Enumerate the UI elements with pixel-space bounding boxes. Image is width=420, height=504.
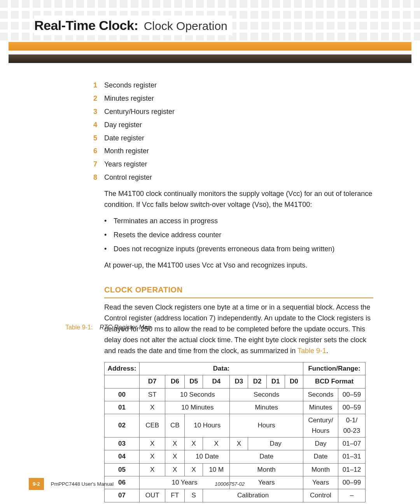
addr-cell: 05 (105, 463, 140, 476)
data-cell: Day (248, 437, 303, 450)
data-cell: Date (230, 450, 303, 463)
table-row: 03XXXXXDayDay01–07 (105, 437, 366, 450)
bullet-list: •Terminates an access in progress •Reset… (104, 216, 373, 255)
range-cell: – (338, 489, 366, 502)
col-header-data: Data: (140, 362, 303, 375)
manual-title: PmPPC7448 User's Manual (51, 481, 114, 487)
list-item: 1Seconds register (93, 80, 373, 91)
range-cell: 0-1/ 00-23 (338, 414, 366, 438)
title-light: Clock Operation (144, 19, 228, 32)
table-row: 02CEBCB10 HoursHoursCentury/ Hours0-1/ 0… (105, 414, 366, 438)
func-cell: Control (303, 489, 338, 502)
func-cell: Seconds (303, 388, 338, 401)
data-cell: X (165, 463, 185, 476)
data-cell: X (165, 437, 185, 450)
addr-cell: 01 (105, 401, 140, 414)
data-cell: X (203, 437, 230, 450)
data-cell: ST (140, 388, 165, 401)
page-title: Real-Time Clock: Clock Operation (34, 16, 232, 35)
page-number-badge: 9-2 (29, 478, 44, 490)
data-cell: 10 Minutes (165, 401, 230, 414)
range-cell: 01–31 (338, 450, 366, 463)
table-row: 00ST10 SecondsSecondsSeconds00–59 (105, 388, 366, 401)
data-cell: X (185, 437, 203, 450)
list-item: 5Date register (93, 133, 373, 144)
data-cell: CEB (140, 414, 165, 438)
title-bold: Real-Time Clock: (34, 18, 138, 33)
page-footer: 9-2 PmPPC7448 User's Manual 10006757-02 (29, 478, 391, 490)
data-cell: Minutes (230, 401, 303, 414)
data-cell: X (185, 463, 203, 476)
range-cell: 00–59 (338, 401, 366, 414)
paragraph: At power-up, the M41T00 uses Vcc at Vso … (104, 260, 373, 271)
addr-cell: 02 (105, 414, 140, 438)
list-item: 2Minutes register (93, 93, 373, 104)
range-cell: 01–07 (338, 437, 366, 450)
data-cell: X (140, 463, 165, 476)
data-cell: Seconds (230, 388, 303, 401)
paragraph: The M41T00 clock continually monitors th… (104, 189, 373, 210)
func-cell: Century/ Hours (303, 414, 338, 438)
data-cell: Hours (230, 414, 303, 438)
data-cell: 10 Seconds (165, 388, 230, 401)
addr-cell: 03 (105, 437, 140, 450)
func-cell: Minutes (303, 401, 338, 414)
col-header-address: Address: (105, 362, 140, 375)
list-item: 3Century/Hours register (93, 107, 373, 117)
data-cell: 10 M (203, 463, 230, 476)
addr-cell: 00 (105, 388, 140, 401)
data-cell: X (165, 450, 185, 463)
data-cell: Calibration (203, 489, 303, 502)
func-cell: Day (303, 437, 338, 450)
document-number: 10006757-02 (215, 481, 245, 487)
table-row: 05XXX10 MMonthMonth01–12 (105, 463, 366, 476)
data-cell: 10 Hours (185, 414, 230, 438)
data-cell: X (230, 437, 248, 450)
data-cell: 10 Date (185, 450, 230, 463)
section-heading: CLOCK OPERATION (104, 284, 373, 296)
data-cell: S (185, 489, 203, 502)
list-item: 7Years register (93, 159, 373, 170)
list-item: 8Control register (93, 172, 373, 183)
range-cell: 00–59 (338, 388, 366, 401)
content-area: 1Seconds register 2Minutes register 3Cen… (93, 78, 373, 502)
data-cell: X (140, 450, 165, 463)
func-cell: Month (303, 463, 338, 476)
data-cell: X (140, 437, 165, 450)
table-row: 01X10 MinutesMinutesMinutes00–59 (105, 401, 366, 414)
data-cell: OUT (140, 489, 165, 502)
list-item: •Resets the device address counter (104, 230, 373, 241)
list-item: 6Month register (93, 146, 373, 157)
table-reference-link[interactable]: Table 9-1 (298, 347, 326, 355)
func-cell: Date (303, 450, 338, 463)
list-item: •Does not recognize inputs (prevents err… (104, 244, 373, 255)
range-cell: 01–12 (338, 463, 366, 476)
list-item: •Terminates an access in progress (104, 216, 373, 227)
data-cell: Month (230, 463, 303, 476)
section-underline (104, 298, 373, 298)
table-row: 07OUTFTSCalibrationControl– (105, 489, 366, 502)
addr-cell: 04 (105, 450, 140, 463)
list-item: 4Day register (93, 120, 373, 131)
dark-divider-bar (9, 54, 411, 63)
table-row: 04XX10 DateDateDate01–31 (105, 450, 366, 463)
orange-divider-bar (9, 42, 411, 51)
data-cell: CB (165, 414, 185, 438)
table-caption: Table 9-1: RTC Register Map (65, 323, 151, 332)
register-list: 1Seconds register 2Minutes register 3Cen… (93, 80, 373, 183)
addr-cell: 07 (105, 489, 140, 502)
data-cell: X (140, 401, 165, 414)
col-header-function: Function/Range: (303, 362, 366, 375)
data-cell: FT (165, 489, 185, 502)
